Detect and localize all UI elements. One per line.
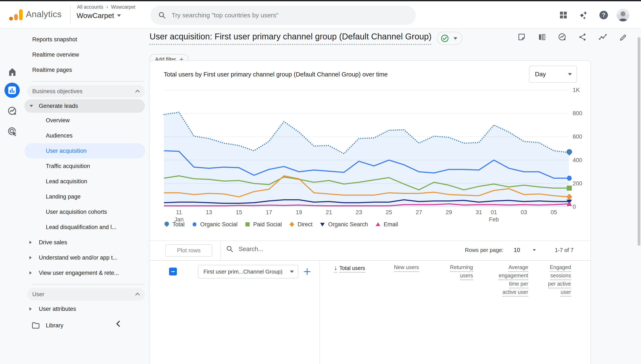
sidebar-item-view-user-engagement-rete[interactable]: View user engagement & rete... bbox=[24, 265, 147, 280]
legend-label: Email bbox=[384, 221, 398, 228]
appbar-divider bbox=[70, 6, 71, 24]
insights-icon[interactable] bbox=[556, 30, 569, 44]
divider bbox=[150, 260, 591, 260]
table-search[interactable]: Search... bbox=[226, 245, 263, 253]
y-axis-label: 600 bbox=[573, 134, 582, 140]
interval-select[interactable]: Day bbox=[529, 66, 577, 83]
total-area-fill bbox=[164, 112, 569, 207]
vertical-scrollbar[interactable] bbox=[637, 37, 640, 246]
legend-item-paid-social[interactable]: Paid Social bbox=[244, 221, 282, 228]
sidebar-item-realtime-pages[interactable]: Realtime pages bbox=[24, 62, 147, 78]
reports-icon-selected[interactable] bbox=[5, 83, 20, 98]
explore-icon[interactable] bbox=[0, 106, 24, 116]
sidebar-item-landing-page[interactable]: Landing page bbox=[24, 189, 147, 204]
sidebar-item-generate-leads[interactable]: Generate leads bbox=[24, 99, 145, 113]
sidebar-item-user-acquisition-cohorts[interactable]: User acquisition cohorts bbox=[24, 204, 147, 220]
column-header-line: per active bbox=[507, 281, 571, 286]
timeseries-chart: 02004006008001K11Jan13151719212325272931… bbox=[150, 84, 591, 224]
gemini-sparkle-icon[interactable] bbox=[577, 8, 590, 22]
sidebar-item-overview[interactable]: Overview bbox=[24, 113, 147, 128]
triangle-down-marker-icon bbox=[319, 221, 326, 228]
dimension-dropdown[interactable]: First user prim...Channel Group) bbox=[198, 265, 298, 278]
window-top-strip bbox=[0, 0, 641, 1]
sidebar-item-user-acquisition[interactable]: User acquisition bbox=[24, 143, 145, 158]
avatar[interactable] bbox=[616, 8, 629, 22]
comparison-icon[interactable] bbox=[535, 30, 548, 44]
square-marker-icon bbox=[244, 221, 251, 228]
y-axis-label: 800 bbox=[573, 110, 582, 116]
edit-icon[interactable] bbox=[617, 30, 630, 44]
section-label: User bbox=[32, 291, 135, 298]
apps-grid-icon[interactable] bbox=[557, 8, 570, 22]
legend-item-organic-search[interactable]: Organic Search bbox=[319, 221, 368, 228]
trendline-icon[interactable] bbox=[596, 30, 610, 44]
y-axis-label: 1K bbox=[573, 87, 580, 93]
legend-item-total[interactable]: Total bbox=[164, 221, 185, 228]
column-header-engaged-sessions-per-active-user[interactable]: Engagedsessionsper activeuser bbox=[507, 265, 571, 298]
x-axis-label: 11 bbox=[176, 209, 182, 216]
x-axis-label: 15 bbox=[236, 209, 242, 216]
rows-per-page-value[interactable]: 10 bbox=[514, 247, 520, 254]
chevron-down-icon[interactable] bbox=[533, 249, 536, 251]
advertising-icon[interactable] bbox=[0, 126, 24, 137]
column-header-total-users[interactable]: ↓Total users bbox=[314, 265, 365, 274]
note-icon[interactable] bbox=[515, 30, 528, 44]
add-dimension-icon[interactable] bbox=[303, 268, 311, 276]
global-search[interactable] bbox=[150, 6, 416, 25]
main-content: User acquisition: First user primary cha… bbox=[147, 29, 641, 364]
breadcrumb[interactable]: All accounts › Wowcarpet bbox=[77, 4, 135, 10]
x-axis-label: 13 bbox=[206, 209, 212, 216]
home-icon[interactable] bbox=[0, 67, 24, 77]
legend-item-direct[interactable]: Direct bbox=[289, 221, 313, 228]
column-header-line: ↓Total users bbox=[314, 265, 365, 271]
legend-item-organic-social[interactable]: Organic Social bbox=[191, 221, 238, 228]
sidebar-section-business-objectives[interactable]: Business objectives bbox=[27, 85, 145, 98]
sidebar-item-traffic-acquisition[interactable]: Traffic acquisition bbox=[24, 158, 147, 174]
divider bbox=[319, 260, 320, 364]
x-axis-label: 05 bbox=[551, 209, 557, 216]
series-marker-pin bbox=[164, 222, 169, 227]
x-axis-label: 01 bbox=[491, 209, 497, 216]
analytics-logo-icon[interactable] bbox=[8, 7, 24, 23]
sidebar-item-library[interactable]: Library bbox=[24, 316, 147, 334]
property-selector[interactable]: WowCarpet bbox=[77, 12, 121, 20]
x-axis-label: 31 bbox=[476, 209, 482, 216]
pagination: Rows per page: 10 1-7 of 7 bbox=[465, 247, 573, 254]
caret-right-icon bbox=[30, 271, 32, 274]
sidebar-item-reports-snapshot[interactable]: Reports snapshot bbox=[24, 32, 147, 47]
x-axis-label: 23 bbox=[356, 209, 362, 216]
triangle-up-marker-icon bbox=[375, 221, 381, 228]
sidebar-item-lead-disqualification-and-l[interactable]: Lead disqualification and l... bbox=[24, 220, 147, 235]
chart-legend: TotalOrganic SocialPaid SocialDirectOrga… bbox=[164, 221, 398, 228]
search-input[interactable] bbox=[172, 12, 384, 19]
app-bar: Analytics All accounts › Wowcarpet WowCa… bbox=[0, 1, 641, 29]
legend-item-email[interactable]: Email bbox=[375, 221, 398, 228]
sidebar-item-drive-sales[interactable]: Drive sales bbox=[24, 235, 147, 250]
page-title: User acquisition: First user primary cha… bbox=[150, 32, 431, 45]
column-header-new-users[interactable]: New users bbox=[368, 265, 419, 273]
series-marker-square bbox=[567, 186, 572, 191]
check-circle-icon bbox=[441, 34, 449, 42]
nav-divider bbox=[32, 81, 144, 82]
y-axis-label: 0 bbox=[573, 204, 576, 210]
sidebar-item-audiences[interactable]: Audiences bbox=[24, 128, 147, 143]
verified-badge[interactable] bbox=[437, 32, 462, 45]
chart-title: Total users by First user primary channe… bbox=[164, 71, 388, 78]
share-icon[interactable] bbox=[576, 30, 589, 44]
sidebar-item-lead-acquisition[interactable]: Lead acquisition bbox=[24, 174, 147, 189]
sidebar-item-realtime-overview[interactable]: Realtime overview bbox=[24, 47, 147, 62]
help-icon[interactable]: ? bbox=[597, 8, 610, 22]
y-axis-label: 200 bbox=[573, 180, 582, 187]
plot-rows-button[interactable]: Plot rows bbox=[165, 244, 212, 256]
legend-label: Total bbox=[172, 221, 185, 228]
diamond-marker-icon bbox=[289, 221, 295, 228]
legend-label: Organic Social bbox=[200, 221, 238, 228]
collapse-nav-icon[interactable] bbox=[115, 320, 122, 328]
series-marker-circle bbox=[193, 222, 196, 226]
sidebar-item-user-attributes[interactable]: User attributes bbox=[24, 301, 147, 316]
sidebar-item-understand-web-and-or-app-t[interactable]: Understand web and/or app t... bbox=[24, 250, 147, 265]
x-axis-label: 29 bbox=[446, 209, 452, 216]
sidebar-section-user[interactable]: User bbox=[27, 288, 145, 300]
select-all-checkbox[interactable] bbox=[169, 268, 177, 276]
series-marker-square bbox=[245, 222, 250, 226]
